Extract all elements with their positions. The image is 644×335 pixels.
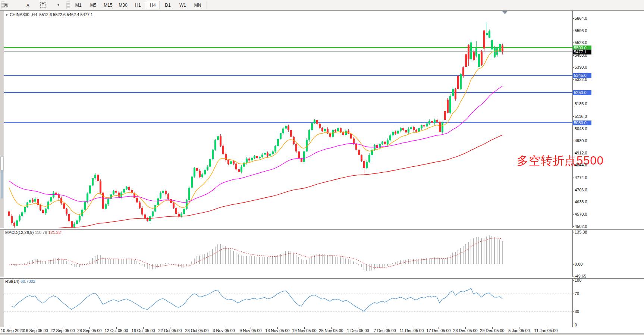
current-price-badge: 5477.1 [573,50,591,54]
price-tick-5048: 5048.0 [575,126,587,131]
candle [29,200,31,203]
candle [11,216,13,223]
timeframe-button-d1[interactable]: D1 [161,1,175,9]
candle [332,130,334,137]
candle [141,208,143,215]
candle [207,167,208,170]
candle [494,48,496,57]
time-label-0: 10 Sep 2020 [1,328,24,333]
dropdown-caret-icon: ▼ [57,3,60,7]
timeframe-button-m5[interactable]: M5 [86,1,100,9]
toolbar-grip-2[interactable] [66,1,70,9]
candle [329,133,331,137]
candle [400,128,402,131]
candle [84,201,86,210]
candle [68,214,70,221]
candle [423,125,425,126]
main-price-chart[interactable] [4,11,572,228]
timeframe-button-m30[interactable]: M30 [116,1,130,9]
macd-main-value: 110.79 [35,230,47,235]
candle [428,121,430,123]
macd-indicator-label: MACD(12,26,9) 110.79 121.32 [5,230,61,235]
timeframe-button-mn[interactable]: MN [191,1,205,9]
price-tick-5186-tick [573,104,574,104]
time-label-1: 16 Sep 05:00 [23,328,48,333]
candle [53,192,54,197]
candle [13,223,15,226]
candle [225,154,227,160]
time-label-9: 9 Nov 05:00 [239,328,261,333]
candle [462,67,464,76]
candle [426,123,428,126]
candle [389,135,391,140]
rsi-tick-30-tick [573,311,574,312]
candle [402,128,404,130]
candle [94,175,96,178]
time-axis[interactable]: 10 Sep 202016 Sep 05:0022 Sep 05:0028 Se… [0,327,644,333]
candle [381,142,383,144]
candle [204,170,206,174]
candle [243,163,245,167]
bottom-strip [0,333,644,335]
candle [71,221,73,228]
candle [475,48,477,56]
candle [126,187,128,189]
macd-signal-value: 121.32 [48,230,61,235]
candle [376,145,378,148]
chart-ohlc-values: 5512.6 5522.6 5462.4 5477.1 [39,12,93,17]
timeframe-button-m15[interactable]: M15 [101,1,115,9]
candle [102,192,104,209]
candle [368,155,370,162]
candle [272,151,274,154]
candle [251,158,253,160]
price-tick-4844-tick [573,165,574,165]
rsi-tick-70: 70 [575,291,579,296]
text-tool-button[interactable]: T [36,1,50,9]
candle [489,31,490,38]
candle [157,198,159,205]
candle [353,138,355,144]
time-label-17: 23 Dec 05:00 [453,328,477,333]
macd-tick--49.65-tick [573,276,574,276]
price-tick-5528-tick [573,43,574,43]
price-tick-4844: 4844.0 [575,163,587,167]
candle [384,142,386,144]
time-label-14: 7 Dec 05:00 [374,328,396,333]
candle [152,212,154,216]
timeframe-button-m1[interactable]: M1 [71,1,85,9]
candle [337,128,339,132]
time-label-11: 19 Nov 05:00 [292,328,316,333]
timeframe-button-w1[interactable]: W1 [176,1,190,9]
candle [21,212,23,216]
timeframe-button-h4[interactable]: H4 [146,1,160,9]
objects-tool-button[interactable]: ▼ [51,1,65,9]
candle [358,150,360,155]
candle [123,189,125,193]
mt4-chart-window: F A T ▼ M1M5M15M30H1H4D1W1MN ▼CHINA300-,… [0,0,644,335]
rsi-panel[interactable] [4,278,572,327]
candle [408,129,409,133]
candle [107,199,109,204]
candle [194,168,195,176]
level-badge-5345: 5345.0 [573,73,591,78]
candle [392,132,394,135]
price-tick-4706: 4706.0 [575,188,587,192]
macd-tick--49.65: -49.65 [575,274,586,278]
candle [63,203,65,209]
candle [449,96,451,113]
candle [345,131,347,135]
rsi-value: 60.7002 [21,279,35,284]
candle [361,155,362,161]
macd-panel[interactable] [4,229,572,277]
candle [50,197,52,201]
chart-shift-marker[interactable] [502,11,508,14]
candle [340,128,342,132]
timeframe-button-h1[interactable]: H1 [131,1,145,9]
timeframe-button-group: M1M5M15M30H1H4D1W1MN [71,1,205,9]
price-tick-5322-tick [573,79,574,80]
price-tick-4912: 4912.0 [575,151,587,155]
rsi-line [12,288,502,311]
price-tick-5664-tick [573,18,574,19]
cursor-tool-button[interactable]: A [21,1,35,9]
chart-title: ▼CHINA300-,H4 5512.6 5522.6 5462.4 5477.… [5,12,93,17]
